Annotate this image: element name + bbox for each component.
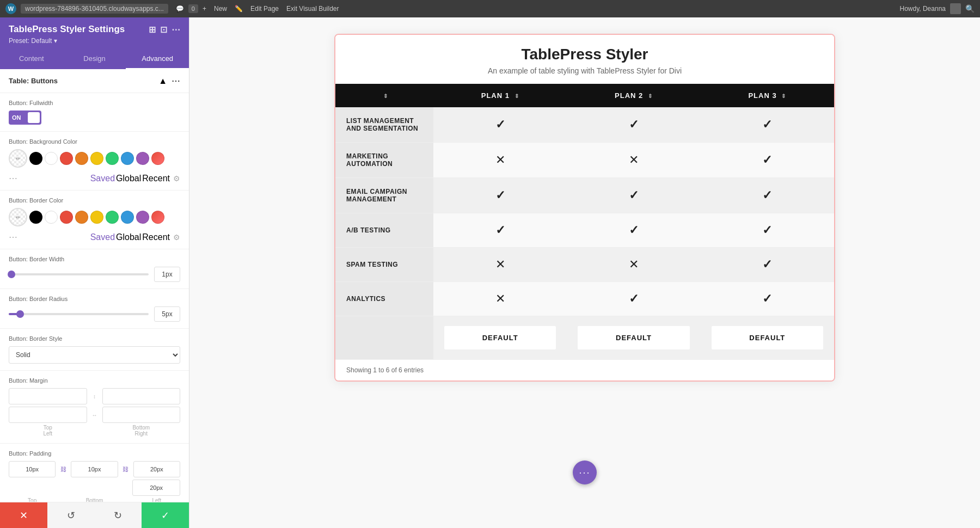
swatch-blue[interactable] (121, 152, 134, 165)
preset-selector[interactable]: Preset: Default ▾ (9, 37, 180, 45)
border-swatch-green[interactable] (106, 211, 119, 224)
border-global-action[interactable]: Global (116, 232, 141, 242)
color-picker-area: ✏ ⋯ Saved (9, 149, 180, 183)
color-settings-icon[interactable]: ⚙ (173, 174, 180, 183)
border-swatch-purple[interactable] (136, 211, 149, 224)
plan2-cell-6: ✓ (567, 282, 700, 316)
sidebar-tabs: Content Design Advanced (0, 49, 189, 69)
plan1-default-button[interactable]: DEFAULT (444, 326, 556, 349)
color-preview-bg[interactable]: ✏ (9, 149, 27, 168)
check-icon: ✓ (762, 292, 772, 305)
border-width-track[interactable] (9, 273, 149, 275)
browser-bar: W wordpress-784896-3610405.cloudwaysapps… (0, 0, 980, 17)
url-bar[interactable]: wordpress-784896-3610405.cloudwaysapps.c… (21, 4, 168, 14)
swatch-white[interactable] (45, 152, 58, 165)
border-radius-thumb[interactable] (16, 310, 24, 318)
border-more-swatches-icon[interactable]: ⋯ (9, 232, 17, 242)
padding-bottom-input[interactable]: 10px (71, 461, 118, 477)
preset-label: Preset: Default (9, 37, 52, 45)
border-swatch-blue[interactable] (121, 211, 134, 224)
margin-right-input[interactable] (102, 407, 181, 423)
saved-action[interactable]: Saved (90, 174, 115, 183)
undo-button[interactable]: ↺ (47, 502, 95, 528)
sort-icon-2[interactable]: ⇕ (514, 93, 519, 99)
swatch-red[interactable] (60, 152, 73, 165)
global-action[interactable]: Global (116, 174, 141, 183)
table-card-subtitle: An example of table styling with TablePr… (352, 66, 818, 75)
search-icon[interactable]: 🔍 (965, 4, 975, 13)
padding-lr-link[interactable]: ⛓ (120, 466, 131, 472)
window-icon[interactable]: ⊞ (149, 24, 156, 35)
tab-design[interactable]: Design (63, 49, 126, 69)
padding-right-input[interactable]: 20px (132, 480, 180, 496)
exit-builder-link[interactable]: Exit Visual Builder (283, 4, 342, 14)
border-width-thumb[interactable] (8, 271, 15, 278)
sort-icon-3[interactable]: ⇕ (648, 93, 653, 99)
border-swatch-white[interactable] (45, 211, 58, 224)
new-label[interactable]: New (211, 4, 230, 14)
x-icon: ✕ (495, 292, 505, 305)
padding-left-input[interactable]: 20px (133, 461, 180, 477)
border-color-preview[interactable]: ✏ (9, 208, 27, 226)
border-width-value[interactable]: 1px (154, 267, 180, 282)
user-avatar (950, 3, 961, 14)
margin-left-input[interactable] (9, 407, 87, 423)
border-radius-value[interactable]: 5px (154, 306, 180, 322)
border-color-label: Button: Border Color (9, 197, 180, 204)
floating-dots-icon: ··· (579, 467, 590, 478)
panel-icon[interactable]: ⊡ (160, 24, 167, 35)
plan2-default-button[interactable]: DEFAULT (578, 326, 689, 349)
swatch-black[interactable] (29, 152, 42, 165)
plan3-default-button[interactable]: DEFAULT (712, 326, 823, 349)
margin-top-input[interactable] (9, 388, 87, 404)
check-icon: ✓ (495, 188, 505, 202)
border-swatch-black[interactable] (29, 211, 42, 224)
plan2-label: PLAN 2 (615, 91, 643, 100)
border-swatch-pink[interactable] (151, 211, 164, 224)
sort-icon-1[interactable]: ⇕ (383, 93, 388, 99)
feature-cell-6: ANALYTICS (335, 282, 433, 316)
wordpress-icon[interactable]: W (5, 3, 16, 14)
padding-top-label: Top (9, 498, 56, 502)
border-recent-action[interactable]: Recent (142, 232, 170, 242)
swatch-orange[interactable] (75, 152, 88, 165)
redo-button[interactable]: ↻ (95, 502, 142, 528)
table-footer-row: DEFAULT DEFAULT DEFAULT (335, 316, 834, 360)
padding-top-input[interactable]: 10px (9, 461, 56, 477)
padding-tb-link[interactable]: ⛓ (58, 466, 69, 472)
tab-content[interactable]: Content (0, 49, 63, 69)
tab-advanced[interactable]: Advanced (126, 49, 189, 69)
border-saved-action[interactable]: Saved (90, 232, 115, 242)
margin-lr-link-icon[interactable]: ↔ (89, 412, 100, 418)
edit-page-link[interactable]: Edit Page (247, 4, 282, 14)
swatch-yellow[interactable] (90, 152, 103, 165)
border-swatch-yellow[interactable] (90, 211, 103, 224)
cancel-icon: ✕ (20, 509, 28, 521)
margin-link-icon[interactable]: ↕ (89, 394, 100, 400)
border-swatch-red[interactable] (60, 211, 73, 224)
content-area: TablePress Styler An example of table st… (189, 17, 980, 528)
new-link[interactable]: + (199, 4, 210, 14)
margin-bottom-input[interactable] (102, 388, 181, 404)
floating-action-button[interactable]: ··· (573, 461, 597, 484)
save-button[interactable]: ✓ (142, 502, 189, 528)
margin-bottom-label: Bottom (102, 425, 181, 431)
border-color-settings-icon[interactable]: ⚙ (173, 233, 180, 242)
section-menu-icon[interactable]: ⋯ (171, 76, 180, 86)
fullwidth-toggle[interactable]: ON (9, 110, 41, 125)
swatch-pink[interactable] (151, 152, 164, 165)
swatch-purple[interactable] (136, 152, 149, 165)
border-style-select[interactable]: None Solid Dashed Dotted Double (9, 346, 180, 364)
border-radius-track[interactable] (9, 313, 149, 315)
border-swatch-orange[interactable] (75, 211, 88, 224)
cancel-button[interactable]: ✕ (0, 502, 47, 528)
sort-icon-4[interactable]: ⇕ (781, 93, 786, 99)
section-collapse-icon[interactable]: ▲ (158, 76, 167, 86)
sidebar-header: TablePress Styler Settings ⊞ ⊡ ⋯ Preset:… (0, 17, 189, 49)
more-icon[interactable]: ⋯ (171, 24, 180, 35)
plan1-cell-2: ✕ (433, 143, 567, 178)
more-swatches-icon[interactable]: ⋯ (9, 173, 17, 183)
plan1-cell-6: ✕ (433, 282, 567, 316)
swatch-green[interactable] (106, 152, 119, 165)
recent-action[interactable]: Recent (142, 174, 170, 183)
